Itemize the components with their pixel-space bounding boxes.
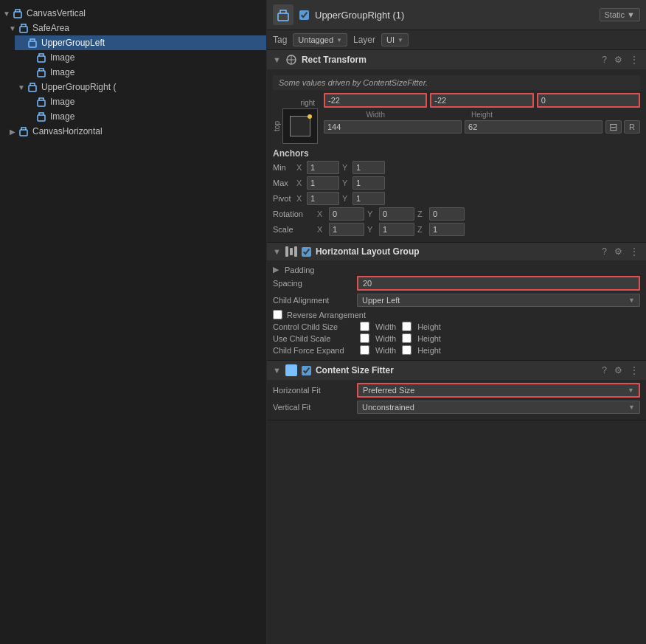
- tree-item-image-1[interactable]: Image: [24, 50, 266, 65]
- arrow-canvas-horizontal: [9, 128, 16, 136]
- tree-item-safe-area[interactable]: SafeArea: [6, 21, 266, 35]
- padding-row[interactable]: ▶ Padding: [273, 263, 640, 276]
- spacing-label: Spacing: [273, 279, 354, 288]
- cube-icon-canvas-vertical: [12, 7, 24, 19]
- rot-y-input[interactable]: [379, 207, 414, 221]
- scale-y-label: Y: [367, 225, 376, 234]
- settings-icon-rect[interactable]: ⚙: [613, 55, 624, 65]
- scale-z-input[interactable]: [429, 223, 465, 236]
- wh-buttons: ⊟ R: [605, 120, 640, 134]
- tree-item-image-3[interactable]: Image: [24, 94, 266, 109]
- height-input-rect[interactable]: [465, 120, 602, 134]
- min-y-input[interactable]: [352, 161, 385, 174]
- static-badge[interactable]: Static ▼: [600, 8, 640, 21]
- force-expand-height-label: Height: [417, 346, 441, 355]
- reverse-arrangement-row: Reverse Arrangement: [273, 310, 640, 319]
- pos3-input[interactable]: [537, 93, 640, 108]
- spacing-input[interactable]: [357, 276, 640, 291]
- tree-item-canvas-horizontal[interactable]: CanvasHorizontal: [6, 124, 266, 139]
- settings-icon-csf[interactable]: ⚙: [613, 365, 624, 375]
- height-label-rect: Height: [430, 111, 533, 119]
- max-y-input[interactable]: [352, 176, 385, 190]
- tree-item-upper-group-left[interactable]: UpperGroupLeft: [15, 35, 266, 50]
- csf-title: Content Size Fitter: [316, 365, 596, 375]
- cube-icon-safe-area: [18, 22, 29, 34]
- tag-layer-row: Tag Untagged Layer UI: [267, 30, 646, 50]
- cube-icon-upper-group-left: [27, 37, 38, 49]
- horizontal-fit-label: Horizontal Fit: [273, 386, 354, 395]
- control-child-width-checkbox[interactable]: [360, 322, 369, 331]
- padding-arrow: ▶: [273, 265, 279, 274]
- scale-x-input[interactable]: [329, 223, 364, 236]
- more-icon-csf[interactable]: ⋮: [628, 365, 640, 375]
- anchor-visual[interactable]: [282, 108, 318, 144]
- min-x-input[interactable]: [307, 161, 339, 174]
- help-icon-hlg[interactable]: ?: [600, 246, 608, 257]
- pivot-x-input[interactable]: [307, 192, 339, 205]
- child-force-expand-row: Child Force Expand Width Height: [273, 345, 640, 355]
- hlg-body: ▶ Padding Spacing Child Alignment Upper …: [267, 260, 646, 360]
- tree-item-upper-group-right[interactable]: UpperGroupRight (: [15, 80, 266, 94]
- pivot-y-input[interactable]: [352, 192, 385, 205]
- control-child-height-checkbox[interactable]: [402, 322, 411, 331]
- scale-y-input[interactable]: [379, 223, 414, 236]
- min-x-label: X: [296, 163, 304, 172]
- rot-x-label: X: [317, 210, 326, 218]
- vertical-fit-dropdown[interactable]: Unconstrained: [357, 401, 640, 414]
- pos-fields: Width Height ⊟ R: [324, 93, 640, 134]
- horizontal-fit-dropdown[interactable]: Preferred Size: [357, 383, 640, 398]
- more-icon-rect[interactable]: ⋮: [628, 55, 640, 65]
- csf-header[interactable]: ▼ Content Size Fitter ? ⚙ ⋮: [267, 361, 646, 380]
- svg-rect-0: [14, 12, 21, 18]
- use-child-scale-width-checkbox[interactable]: [360, 333, 369, 343]
- pos1-input[interactable]: [324, 93, 427, 108]
- rot-y-label: Y: [367, 210, 376, 218]
- svg-rect-2: [29, 41, 36, 47]
- pos1-group: [324, 93, 427, 108]
- tree-item-image-4[interactable]: Image: [24, 109, 266, 124]
- settings-icon-hlg[interactable]: ⚙: [613, 246, 624, 257]
- constrain-button[interactable]: ⊟: [605, 120, 622, 134]
- max-x-input[interactable]: [307, 176, 339, 190]
- layer-dropdown[interactable]: UI: [381, 33, 409, 46]
- force-expand-height-checkbox[interactable]: [402, 345, 411, 355]
- rect-transform-header[interactable]: ▼ Rect Transform ? ⚙ ⋮: [267, 50, 646, 69]
- cube-icon-image-1: [35, 52, 47, 63]
- svg-rect-3: [38, 56, 45, 62]
- hlg-header[interactable]: ▼ Horizontal Layout Group ? ⚙ ⋮: [267, 243, 646, 260]
- control-height-label: Height: [417, 322, 441, 331]
- help-icon-rect[interactable]: ?: [600, 55, 608, 65]
- width-label: Width: [324, 111, 427, 119]
- label-upper-group-left: UpperGroupLeft: [41, 38, 105, 48]
- hlg-enabled-checkbox[interactable]: [302, 247, 311, 257]
- rot-z-input[interactable]: [429, 207, 465, 221]
- max-y-label: Y: [342, 179, 350, 187]
- help-icon-csf[interactable]: ?: [600, 365, 608, 375]
- width-input[interactable]: [324, 120, 462, 134]
- force-expand-width-label: Width: [375, 346, 396, 355]
- pivot-label: Pivot: [273, 194, 294, 203]
- layer-label: Layer: [353, 35, 375, 45]
- reverse-arrangement-checkbox[interactable]: [273, 310, 282, 319]
- rot-x-input[interactable]: [329, 207, 364, 221]
- rect-transform-body: Some values driven by ContentSizeFitter.…: [267, 69, 646, 242]
- child-alignment-dropdown[interactable]: Upper Left: [357, 294, 640, 307]
- csf-enabled-checkbox[interactable]: [302, 366, 311, 375]
- use-child-scale-height-checkbox[interactable]: [402, 333, 411, 343]
- horizontal-layout-section: ▼ Horizontal Layout Group ? ⚙ ⋮ ▶ Paddin…: [267, 243, 646, 361]
- tree-item-canvas-vertical[interactable]: CanvasVertical: [0, 6, 266, 21]
- cube-icon-canvas-horizontal: [18, 125, 29, 137]
- tag-dropdown[interactable]: Untagged: [293, 33, 347, 46]
- force-expand-width-checkbox[interactable]: [360, 345, 369, 355]
- tree-item-image-2[interactable]: Image: [24, 65, 266, 80]
- active-checkbox[interactable]: [299, 10, 309, 20]
- hierarchy-panel: CanvasVertical SafeArea UpperGroupLeft: [0, 0, 267, 644]
- pos2-input[interactable]: [430, 93, 533, 108]
- rect-transform-icon: [285, 54, 297, 66]
- min-label: Min: [273, 163, 294, 172]
- content-size-fitter-section: ▼ Content Size Fitter ? ⚙ ⋮ Horizontal F…: [267, 361, 646, 420]
- empty-col: [537, 111, 640, 119]
- cube-icon-image-3: [35, 96, 47, 108]
- more-icon-hlg[interactable]: ⋮: [628, 246, 640, 257]
- reset-button[interactable]: R: [624, 120, 640, 134]
